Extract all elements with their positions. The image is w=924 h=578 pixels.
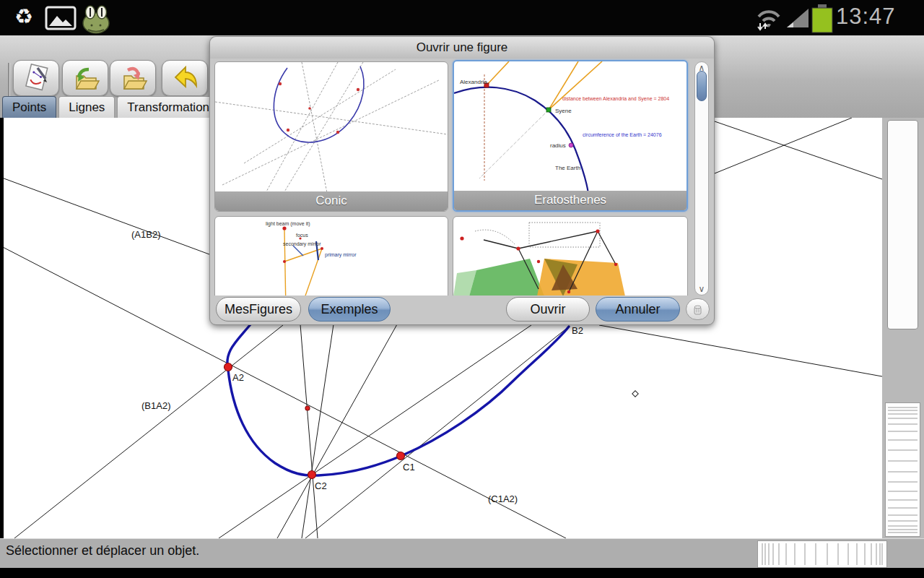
scroll-down-icon[interactable]: ∨ — [695, 284, 708, 294]
line-through-c2[interactable] — [219, 325, 531, 538]
label-line-a1b2: (A1B2) — [131, 229, 160, 240]
label-point-a2: A2 — [232, 372, 244, 383]
line-c1-b2[interactable] — [305, 327, 569, 538]
tool-tabs: Points Lignes Transformations — [2, 96, 228, 118]
line-through-c2-steep[interactable] — [277, 324, 397, 538]
label-point-c2: C2 — [315, 480, 327, 491]
label-point-c1: C1 — [403, 462, 415, 473]
line-b1a2[interactable] — [14, 325, 283, 538]
trash-icon — [692, 303, 704, 316]
figure-card-solid[interactable] — [453, 216, 688, 296]
open-figure-button[interactable] — [62, 60, 108, 96]
android-status-bar: ♻ 13:47 — [0, 0, 924, 35]
line-a1b2[interactable] — [4, 177, 209, 254]
vertical-scroll-slider[interactable] — [887, 120, 918, 329]
telescope-thumbnail: light beam (move it) focus secondary mir… — [215, 217, 448, 296]
figure-card-conic[interactable]: Conic — [214, 61, 448, 212]
open-button[interactable]: Ouvrir — [506, 297, 590, 322]
figure-name: Eratosthenes — [454, 191, 687, 210]
beam-label: light beam (move it) — [266, 221, 310, 227]
status-message: Sélectionner et déplacer un objet. — [6, 543, 199, 558]
signal-icon — [785, 8, 810, 28]
new-figure-button[interactable] — [13, 60, 59, 96]
delete-figure-button[interactable] — [686, 298, 710, 320]
examples-button[interactable]: Exemples — [308, 297, 391, 322]
cancel-button[interactable]: Annuler — [596, 297, 680, 322]
line-right-top-1[interactable] — [715, 121, 882, 179]
save-figure-button[interactable] — [110, 60, 156, 96]
save-folder-icon — [118, 64, 149, 94]
right-panel — [882, 118, 924, 538]
label-line-b1a2: (B1A2) — [141, 400, 170, 411]
line-vertical-2[interactable] — [302, 324, 334, 538]
line-vertical-1[interactable] — [300, 324, 318, 538]
syene-label: Syene — [555, 108, 572, 114]
open-figure-dialog: Ouvrir une figure Con — [209, 36, 715, 325]
vertical-ruler-ticks — [888, 405, 918, 534]
wifi-icon — [755, 6, 783, 32]
bottom-black-strip — [0, 568, 924, 578]
conic-thumbnail — [215, 62, 448, 193]
point-diamond[interactable] — [632, 391, 638, 397]
tab-lignes[interactable]: Lignes — [58, 96, 115, 118]
frog-app-icon — [81, 3, 111, 35]
undo-arrow-icon — [170, 64, 201, 94]
secondary-mirror-label: secondary mirror — [283, 241, 321, 247]
recycle-icon: ♻ — [14, 4, 33, 29]
point-c2[interactable] — [308, 471, 316, 479]
radius-label: radius — [550, 142, 566, 149]
clock: 13:47 — [836, 4, 896, 30]
battery-icon — [811, 4, 833, 33]
open-folder-icon — [71, 64, 101, 94]
line-right-top-2[interactable] — [715, 118, 852, 173]
point-intersection[interactable] — [305, 406, 310, 410]
vertical-zoom-ruler[interactable] — [886, 403, 920, 536]
primary-mirror-label: primary mirror — [325, 252, 357, 258]
figure-name: Conic — [215, 191, 448, 211]
new-figure-icon — [22, 64, 52, 94]
point-a2[interactable] — [225, 363, 232, 371]
tab-points[interactable]: Points — [2, 96, 56, 118]
point-c1[interactable] — [397, 452, 405, 460]
horizontal-ruler-ticks — [760, 543, 884, 565]
distance-annotation: distance between Alexandria and Syene = … — [562, 96, 669, 102]
figure-thumbnail-grid: Conic Alexandria Syene radius — [210, 59, 692, 296]
status-bar-bottom: Sélectionner et déplacer un objet. — [0, 538, 924, 568]
undo-button[interactable] — [162, 60, 208, 96]
line-right-low[interactable] — [599, 325, 882, 376]
label-line-c1a2: (C1A2) — [488, 493, 518, 504]
scrollbar-thumb[interactable] — [697, 71, 707, 101]
dialog-title: Ouvrir une figure — [210, 37, 714, 59]
earth-label: The Earth — [555, 165, 580, 171]
eratosthenes-thumbnail: Alexandria Syene radius The Earth distan… — [454, 61, 687, 194]
horizontal-zoom-ruler[interactable] — [758, 541, 886, 567]
alexandria-label: Alexandria — [460, 79, 487, 85]
label-point-b2: B2 — [572, 325, 583, 336]
focus-label: focus — [296, 233, 308, 238]
figure-card-eratosthenes[interactable]: Alexandria Syene radius The Earth distan… — [453, 60, 688, 212]
dialog-scrollbar[interactable]: ∧ ∨ — [694, 61, 709, 296]
figure-card-telescope[interactable]: light beam (move it) focus secondary mir… — [214, 216, 448, 296]
solid-thumbnail — [453, 217, 686, 296]
my-figures-button[interactable]: MesFigures — [216, 297, 301, 322]
gallery-icon — [45, 6, 77, 30]
circumference-annotation: circumference of the Earth = 24076 — [583, 132, 662, 137]
